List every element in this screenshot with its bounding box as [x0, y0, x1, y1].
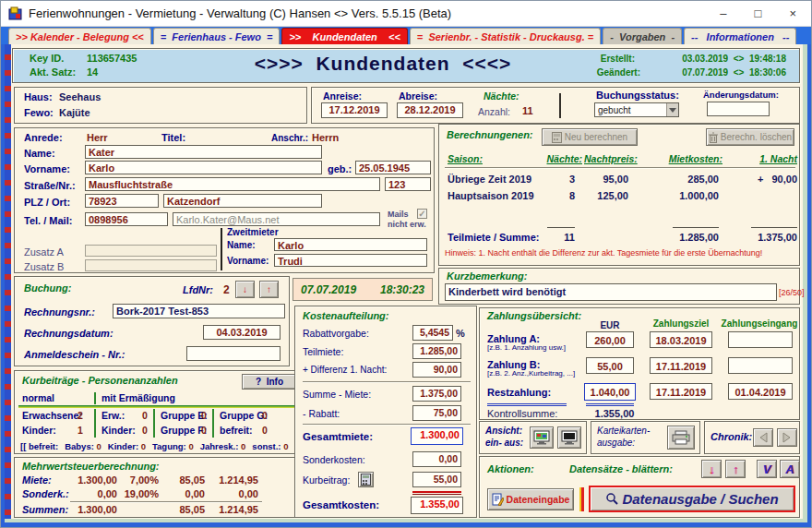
buchungsstatus-label: Buchungsstatus:: [596, 90, 679, 101]
tel-field[interactable]: 0898956: [85, 212, 168, 226]
restzahlung-ziel-field[interactable]: 17.11.2019: [650, 383, 712, 400]
name-label: Name:: [24, 148, 55, 159]
rabatt-field[interactable]: 5,4545: [412, 325, 453, 341]
mails-label2: nicht erw.: [388, 220, 426, 229]
chronik-back-button[interactable]: [753, 428, 773, 447]
zahlung-a-eur-field[interactable]: 260,00: [586, 331, 634, 348]
zm-vorname-field[interactable]: Trudi: [274, 254, 427, 267]
ansicht-label-2: ein- aus:: [485, 438, 523, 448]
zusatz-b-label: Zusatz B: [24, 261, 64, 272]
restzahlung-eur-field[interactable]: 1.040,00: [584, 383, 636, 401]
befreit-open: [[ befreit:: [20, 441, 58, 451]
current-datetime: 07.07.2019 18:30:23: [293, 278, 433, 301]
lfdnr-up-button[interactable]: ↑: [259, 281, 279, 298]
rechnungsnr-field[interactable]: Bork-2017 Test-853: [113, 304, 285, 318]
gesamtmiete-field[interactable]: 1.300,00: [411, 427, 463, 445]
monitor-color-icon: [533, 430, 550, 445]
karteikarten-print-button[interactable]: [667, 426, 695, 450]
zahlung-a-ziel-field[interactable]: 18.03.2019: [650, 331, 712, 348]
kurbeitrag-calculator-button[interactable]: [358, 472, 374, 487]
tab-vorgaben[interactable]: - Vorgaben -: [603, 28, 682, 44]
zahlung-b-ziel-field[interactable]: 17.11.2019: [650, 357, 712, 374]
tick: [673, 227, 719, 228]
berechnung-loeschen-button[interactable]: Berechn. löschen: [706, 128, 794, 146]
buchungsstatus-select[interactable]: gebucht: [594, 102, 679, 117]
rechnungsdatum-field[interactable]: 04.03.2019: [203, 325, 281, 340]
divider: [153, 409, 155, 438]
dateneingabe-label: Dateneingabe: [507, 494, 570, 505]
sonderk-v3: 0,00: [164, 488, 205, 499]
chevron-down-icon[interactable]: [666, 103, 678, 116]
mails-label: Mails: [388, 210, 409, 219]
r2-label-4: befreit:: [220, 425, 253, 436]
zm-name-field[interactable]: Karlo: [274, 238, 427, 251]
lfdnr-value: 2: [223, 283, 230, 296]
current-date: 07.07.2019: [301, 283, 356, 296]
mails-checkbox[interactable]: ✓: [417, 209, 427, 219]
ort-field[interactable]: Katzendorf: [163, 194, 322, 208]
befreit-value-4: 0: [241, 441, 245, 451]
tab-kalender-belegung[interactable]: >> Kalender - Belegung <<: [8, 28, 151, 44]
maximize-icon[interactable]: □: [755, 6, 762, 20]
tab-informationen[interactable]: -- Informationen --: [684, 28, 796, 44]
zusatz-a-field[interactable]: [85, 245, 217, 257]
chronik-forward-button[interactable]: [777, 428, 797, 447]
close-icon[interactable]: ×: [789, 6, 796, 20]
minimize-icon[interactable]: –: [720, 6, 726, 20]
dateneingabe-button[interactable]: Dateneingabe: [487, 488, 574, 510]
mail-field[interactable]: Karlo.Kater@Maus.net: [173, 212, 380, 226]
r1-value-3: 0: [201, 410, 207, 421]
gesamtkosten-field[interactable]: 1.355,00: [411, 497, 463, 514]
record-prev-button[interactable]: ↓: [701, 460, 722, 478]
view-on-button[interactable]: [530, 426, 554, 449]
col-naechte: Nächte:: [531, 153, 582, 164]
tick: [751, 227, 797, 228]
sonderkosten-label: Sonderkosten:: [303, 454, 365, 465]
lfdnr-down-button[interactable]: ↓: [235, 281, 255, 298]
r2-value-2: 0: [142, 425, 148, 436]
neu-berechnen-button[interactable]: Neu berechnen: [542, 128, 638, 146]
zahlung-b-eur-field[interactable]: 55,00: [586, 357, 634, 374]
zusatz-b-field[interactable]: [85, 259, 217, 271]
kurbeitraege-title: Kurbeiträge - Personenanzahlen: [22, 375, 178, 386]
title-bar: Ferienwohnungen - Vermietung - Verwaltun…: [1, 1, 811, 27]
rabatt2-field[interactable]: 75,00: [412, 405, 461, 421]
anreise-field[interactable]: 17.12.2019: [321, 102, 388, 118]
abreise-field[interactable]: 28.12.2019: [397, 102, 463, 118]
summe-miete-field[interactable]: 1.375,00: [412, 386, 461, 402]
plz-field[interactable]: 78923: [85, 194, 159, 208]
row-erste-nacht: + 90,00: [744, 174, 797, 185]
geb-field[interactable]: 25.05.1945: [355, 161, 431, 174]
page-title: <>>> Kundendaten <<<>: [197, 53, 568, 75]
kurbeitrag-field[interactable]: 55,00: [412, 472, 461, 487]
hausnr-field[interactable]: 123: [385, 177, 431, 191]
record-first-button[interactable]: A: [780, 460, 800, 478]
teilmiete-field[interactable]: 1.285,00: [412, 343, 461, 359]
summe-naechte: 11: [531, 232, 575, 243]
calculator-icon: [552, 132, 562, 143]
zahlung-a-eingang-field[interactable]: [728, 331, 793, 348]
view-off-button[interactable]: [557, 426, 581, 449]
zahlung-b-eingang-field[interactable]: [728, 357, 793, 374]
record-last-button[interactable]: V: [757, 460, 777, 478]
tab-ferienhaus-fewo[interactable]: = Ferienhaus - Fewo =: [153, 28, 281, 44]
window-border-bottom: [1, 522, 811, 527]
tab-serienbrief-statistik[interactable]: = Serienbr. - Statistik - Druckausg. =: [410, 28, 601, 44]
tab-kundendaten[interactable]: >> Kundendaten <<: [281, 28, 407, 44]
restzahlung-eingang-field[interactable]: 01.04.2019: [728, 383, 793, 400]
strasse-field[interactable]: Mausfluchtstraße: [85, 177, 380, 191]
datenausgabe-suchen-button[interactable]: Datenausgabe / Suchen: [589, 486, 795, 512]
r1-label-2: Erw.:: [102, 410, 125, 421]
anmeldeschein-field[interactable]: [186, 346, 281, 361]
info-button[interactable]: ? Info: [242, 374, 297, 390]
aenderungsdatum-field[interactable]: [707, 102, 770, 116]
key-id-label: Key ID.: [30, 53, 64, 64]
differenz-field[interactable]: 90,00: [412, 362, 461, 378]
vorname-field[interactable]: Karlo: [85, 161, 322, 174]
name-field[interactable]: Kater: [85, 145, 322, 159]
record-next-button[interactable]: ↑: [725, 460, 746, 478]
separator: [445, 167, 795, 169]
sonderkosten-field[interactable]: 0,00: [412, 451, 461, 467]
kurzbemerkung-field[interactable]: Kinderbett wird benötigt: [445, 283, 777, 301]
arrow-left-icon: [758, 432, 769, 443]
